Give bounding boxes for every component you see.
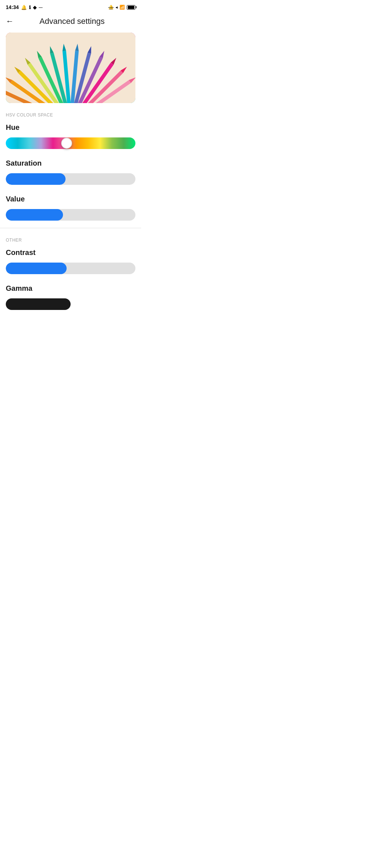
- hsv-section-label: HSV COLOUR SPACE: [0, 106, 141, 118]
- saturation-slider-section: Saturation: [0, 153, 141, 189]
- contrast-fill: [6, 263, 67, 274]
- info-icon: ℹ: [29, 5, 31, 10]
- time-display: 14:34: [6, 4, 19, 10]
- status-bar: 14:34 🔔 ℹ ◆ ··· 🔔 ◂ 📶: [0, 0, 141, 13]
- dropbox-icon: ◆: [33, 5, 37, 10]
- contrast-slider-section: Contrast: [0, 243, 141, 278]
- pencil-fan-svg: [6, 33, 135, 103]
- status-right: 🔔 ◂ 📶: [108, 5, 135, 10]
- battery-icon: [127, 5, 135, 10]
- section-divider: [0, 228, 141, 228]
- value-track[interactable]: [6, 208, 135, 221]
- gamma-slider-section: Gamma: [0, 278, 141, 311]
- page-title: Advanced settings: [20, 17, 125, 26]
- battery-fill: [128, 6, 134, 9]
- hue-label: Hue: [6, 123, 135, 132]
- wifi-icon: 📶: [119, 5, 125, 10]
- saturation-track[interactable]: [6, 173, 135, 186]
- mute-icon: 🔔: [108, 5, 114, 10]
- hue-track-bar[interactable]: [6, 137, 135, 149]
- klaxon-icon: 🔔: [21, 5, 27, 10]
- contrast-label: Contrast: [6, 248, 135, 257]
- gamma-track[interactable]: [6, 298, 135, 311]
- gamma-track-bar[interactable]: [6, 298, 71, 310]
- value-fill: [6, 209, 63, 221]
- saturation-track-bar[interactable]: [6, 173, 135, 185]
- gamma-label: Gamma: [6, 284, 135, 293]
- other-section-label: OTHER: [0, 231, 141, 243]
- status-left: 14:34 🔔 ℹ ◆ ···: [6, 4, 43, 10]
- value-slider-section: Value: [0, 189, 141, 225]
- hue-slider-section: Hue: [0, 118, 141, 153]
- preview-image: [6, 33, 135, 103]
- value-track-bar[interactable]: [6, 209, 135, 221]
- contrast-track[interactable]: [6, 262, 135, 275]
- more-icon: ···: [39, 5, 43, 10]
- header: ← Advanced settings: [0, 13, 141, 30]
- saturation-label: Saturation: [6, 159, 135, 167]
- signal-icon: ◂: [115, 5, 118, 10]
- contrast-track-bar[interactable]: [6, 263, 135, 274]
- back-button[interactable]: ←: [6, 17, 14, 25]
- saturation-fill: [6, 173, 66, 185]
- value-label: Value: [6, 195, 135, 203]
- hue-track[interactable]: [6, 137, 135, 150]
- hue-thumb[interactable]: [61, 138, 72, 149]
